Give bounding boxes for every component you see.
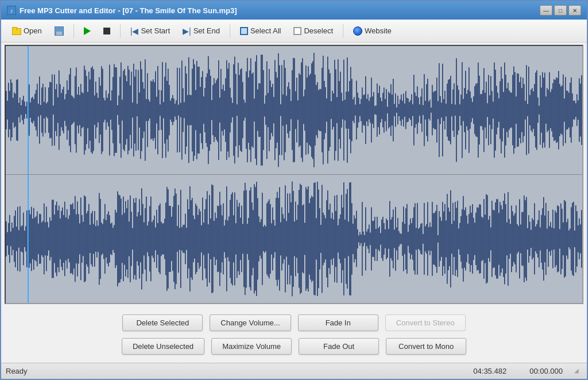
set-end-label: Set End [194,26,220,35]
change-volume-button[interactable]: Change Volume... [210,314,291,331]
minimize-button[interactable]: — [540,5,552,16]
title-bar: ♪ Free MP3 Cutter and Editor - [07 - The… [1,1,587,20]
controls-row-1: Delete Selected Change Volume... Fade In… [13,314,575,331]
deselect-button[interactable]: Deselect [288,23,338,39]
website-label: Website [365,26,392,35]
play-icon [84,27,91,35]
convert-to-stereo-button[interactable]: Convert to Stereo [385,314,466,331]
fade-in-button[interactable]: Fade In [298,314,378,331]
waveform-container[interactable] [5,45,583,304]
waveform-bottom-canvas[interactable] [6,175,582,303]
controls-area: Delete Selected Change Volume... Fade In… [1,306,587,363]
controls-row-2: Delete Unselected Maximize Volume Fade O… [13,338,575,355]
deselect-label: Deselect [304,26,333,35]
select-all-icon [240,27,248,35]
save-icon [55,26,64,36]
toolbar: Open |◀ Set Start ▶| Set End Select All … [1,20,587,43]
waveform-top[interactable] [6,46,582,175]
delete-unselected-button[interactable]: Delete Unselected [122,338,204,355]
window-title: Free MP3 Cutter and Editor - [07 - The S… [20,6,237,15]
fade-out-button[interactable]: Fade Out [299,338,379,355]
title-bar-left: ♪ Free MP3 Cutter and Editor - [07 - The… [7,6,237,15]
save-button[interactable] [49,23,69,39]
deselect-icon [293,27,301,35]
set-start-label: Set Start [141,26,170,35]
stop-button[interactable] [98,23,115,39]
delete-selected-button[interactable]: Delete Selected [122,314,203,331]
open-icon [11,27,21,35]
close-button[interactable]: ✕ [568,5,581,16]
playhead-bottom [28,175,29,303]
select-all-label: Select All [250,26,281,35]
convert-to-mono-button[interactable]: Convert to Mono [386,338,466,355]
separator-2 [120,24,121,38]
select-all-button[interactable]: Select All [235,23,286,39]
status-time1: 04:35.482 [462,367,518,375]
waveform-top-canvas[interactable] [6,46,582,174]
website-button[interactable]: Website [348,23,397,39]
open-button[interactable]: Open [6,23,47,39]
status-time2: 00:00.000 [518,367,574,375]
status-bar: Ready 04:35.482 00:00.000 ◢ [1,363,587,379]
playhead-top [28,46,29,174]
separator-1 [74,24,74,38]
resize-grip-icon: ◢ [574,367,582,375]
play-button[interactable] [79,23,96,39]
maximize-button[interactable]: □ [554,5,567,16]
separator-3 [230,24,230,38]
set-end-icon: ▶| [183,26,191,36]
set-start-icon: |◀ [130,26,139,36]
set-end-button[interactable]: ▶| Set End [177,23,225,39]
app-icon: ♪ [7,6,16,15]
title-controls: — □ ✕ [540,5,581,16]
website-icon [353,26,362,36]
stop-icon [103,28,110,34]
set-start-button[interactable]: |◀ Set Start [125,23,175,39]
open-label: Open [24,26,42,35]
main-window: ♪ Free MP3 Cutter and Editor - [07 - The… [0,0,588,380]
waveform-bottom[interactable] [6,175,582,303]
separator-4 [343,24,343,38]
status-text: Ready [6,367,462,375]
maximize-volume-button[interactable]: Maximize Volume [211,338,292,355]
